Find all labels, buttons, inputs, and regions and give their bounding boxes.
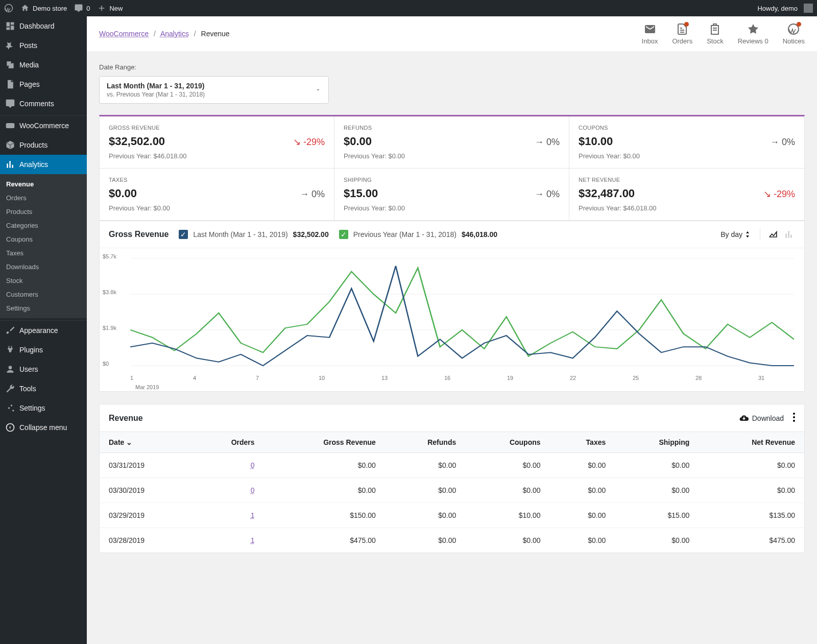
user-icon bbox=[5, 364, 15, 374]
x-tick: 1 bbox=[130, 375, 133, 381]
x-axis-month: Mar 2019 bbox=[135, 384, 159, 390]
header-reviews-button[interactable]: Reviews 0 bbox=[738, 23, 768, 45]
chart-icon bbox=[5, 159, 15, 170]
line-chart-toggle[interactable] bbox=[767, 228, 780, 241]
summary-refunds[interactable]: REFUNDS$0.00→ 0%Previous Year: $0.00 bbox=[334, 116, 569, 169]
sidebar-item-media[interactable]: Media bbox=[0, 55, 87, 75]
sidebar-item-label: Media bbox=[19, 61, 39, 69]
submenu-item-customers[interactable]: Customers bbox=[0, 288, 87, 301]
submenu-item-orders[interactable]: Orders bbox=[0, 191, 87, 205]
submenu-item-products[interactable]: Products bbox=[0, 205, 87, 219]
col-taxes[interactable]: Taxes bbox=[550, 432, 615, 453]
interval-selector[interactable]: By day bbox=[720, 230, 750, 238]
new-link[interactable]: New bbox=[97, 4, 123, 13]
submenu-item-downloads[interactable]: Downloads bbox=[0, 260, 87, 274]
page-icon bbox=[5, 79, 15, 89]
breadcrumb: WooCommerce / Analytics / Revenue bbox=[99, 30, 230, 38]
media-icon bbox=[5, 60, 15, 70]
summary-gross-revenue[interactable]: GROSS REVENUE$32,502.00↘ -29%Previous Ye… bbox=[100, 116, 334, 169]
sidebar-item-users[interactable]: Users bbox=[0, 360, 87, 379]
col-net-revenue[interactable]: Net Revenue bbox=[699, 432, 804, 453]
submenu-item-stock[interactable]: Stock bbox=[0, 274, 87, 288]
y-tick: $1.9k bbox=[103, 325, 116, 331]
download-button[interactable]: Download bbox=[739, 413, 784, 423]
orders-link[interactable]: 1 bbox=[251, 536, 255, 544]
analytics-submenu: RevenueOrdersProductsCategoriesCouponsTa… bbox=[0, 174, 87, 318]
bar-chart-toggle[interactable] bbox=[783, 228, 795, 241]
col-gross-revenue[interactable]: Gross Revenue bbox=[264, 432, 385, 453]
col-refunds[interactable]: Refunds bbox=[385, 432, 465, 453]
sidebar-item-label: Users bbox=[19, 365, 38, 373]
pin-icon bbox=[5, 40, 15, 51]
date-range-sub: vs. Previous Year (Mar 1 - 31, 2018) bbox=[107, 91, 205, 98]
table-options-button[interactable] bbox=[793, 413, 795, 423]
submenu-item-revenue[interactable]: Revenue bbox=[0, 177, 87, 191]
sidebar-item-woocommerce[interactable]: WooCommerce bbox=[0, 116, 87, 135]
sliders-icon bbox=[5, 403, 15, 413]
summary-taxes[interactable]: TAXES$0.00→ 0%Previous Year: $0.00 bbox=[100, 169, 334, 221]
sidebar-item-collapse-menu[interactable]: Collapse menu bbox=[0, 418, 87, 437]
avatar bbox=[804, 4, 813, 13]
col-coupons[interactable]: Coupons bbox=[465, 432, 549, 453]
header-inbox-button[interactable]: Inbox bbox=[642, 23, 658, 45]
submenu-item-settings[interactable]: Settings bbox=[0, 301, 87, 315]
header-notices-button[interactable]: Notices bbox=[783, 23, 805, 45]
sidebar-item-dashboard[interactable]: Dashboard bbox=[0, 16, 87, 36]
breadcrumb-woocommerce[interactable]: WooCommerce bbox=[99, 30, 149, 38]
header-icon-label: Orders bbox=[672, 37, 692, 45]
submenu-item-categories[interactable]: Categories bbox=[0, 219, 87, 232]
sidebar-item-plugins[interactable]: Plugins bbox=[0, 340, 87, 360]
comment-icon bbox=[74, 4, 83, 13]
y-tick: $5.7k bbox=[103, 253, 116, 259]
svg-point-4 bbox=[11, 404, 12, 406]
breadcrumb-analytics[interactable]: Analytics bbox=[160, 30, 189, 38]
comments-link[interactable]: 0 bbox=[74, 4, 90, 13]
svg-point-14 bbox=[793, 416, 795, 418]
summary-coupons[interactable]: COUPONS$10.00→ 0%Previous Year: $0.00 bbox=[569, 116, 804, 169]
sidebar-item-posts[interactable]: Posts bbox=[0, 36, 87, 55]
x-tick: 13 bbox=[381, 375, 388, 381]
header-orders-button[interactable]: Orders bbox=[672, 23, 692, 45]
sidebar-item-analytics[interactable]: Analytics bbox=[0, 155, 87, 174]
sidebar-item-pages[interactable]: Pages bbox=[0, 75, 87, 94]
legend-a-label: Last Month (Mar 1 - 31, 2019) bbox=[193, 230, 287, 238]
wp-logo[interactable] bbox=[4, 4, 13, 13]
wrench-icon bbox=[5, 384, 15, 394]
col-orders[interactable]: Orders bbox=[192, 432, 263, 453]
notification-dot bbox=[797, 22, 801, 27]
table-row: 03/30/20190$0.00$0.00$0.00$0.00$0.00$0.0… bbox=[100, 478, 804, 503]
summary-shipping[interactable]: SHIPPING$15.00→ 0%Previous Year: $0.00 bbox=[334, 169, 569, 221]
header-icon-label: Inbox bbox=[642, 37, 658, 45]
sidebar-item-label: Dashboard bbox=[19, 22, 55, 30]
legend-series-b[interactable]: ✓ Previous Year (Mar 1 - 31, 2018) $46,0… bbox=[339, 230, 497, 239]
svg-point-3 bbox=[9, 366, 12, 369]
sidebar-item-tools[interactable]: Tools bbox=[0, 379, 87, 398]
sidebar-item-comments[interactable]: Comments bbox=[0, 94, 87, 113]
sidebar-item-appearance[interactable]: Appearance bbox=[0, 321, 87, 340]
chart-plot-area: $5.7k$3.8k$1.9k$0 1471013161922252831 Ma… bbox=[100, 248, 804, 391]
y-tick: $3.8k bbox=[103, 289, 116, 295]
brush-icon bbox=[5, 325, 15, 336]
admin-sidebar: DashboardPostsMediaPagesCommentsWooComme… bbox=[0, 16, 87, 644]
orders-link[interactable]: 0 bbox=[251, 486, 255, 494]
sidebar-item-settings[interactable]: Settings bbox=[0, 398, 87, 418]
howdy-link[interactable]: Howdy, demo bbox=[757, 4, 813, 13]
orders-link[interactable]: 0 bbox=[251, 461, 255, 469]
sidebar-item-label: Products bbox=[19, 141, 47, 149]
site-name-link[interactable]: Demo store bbox=[20, 4, 67, 13]
sidebar-item-products[interactable]: Products bbox=[0, 135, 87, 155]
y-tick: $0 bbox=[103, 361, 109, 367]
header-stock-button[interactable]: Stock bbox=[707, 23, 724, 45]
legend-series-a[interactable]: ✓ Last Month (Mar 1 - 31, 2019) $32,502.… bbox=[179, 230, 328, 239]
col-date[interactable]: Date⌄ bbox=[100, 432, 192, 453]
submenu-item-coupons[interactable]: Coupons bbox=[0, 232, 87, 246]
sidebar-item-label: Comments bbox=[19, 100, 54, 108]
summary-net-revenue[interactable]: NET REVENUE$32,487.00↘ -29%Previous Year… bbox=[569, 169, 804, 221]
orders-link[interactable]: 1 bbox=[251, 511, 255, 519]
inbox-icon bbox=[644, 23, 656, 35]
header-icon-label: Notices bbox=[783, 37, 805, 45]
col-shipping[interactable]: Shipping bbox=[615, 432, 699, 453]
submenu-item-taxes[interactable]: Taxes bbox=[0, 246, 87, 260]
legend-b-label: Previous Year (Mar 1 - 31, 2018) bbox=[353, 230, 456, 238]
date-range-selector[interactable]: Last Month (Mar 1 - 31, 2019) vs. Previo… bbox=[99, 76, 329, 104]
